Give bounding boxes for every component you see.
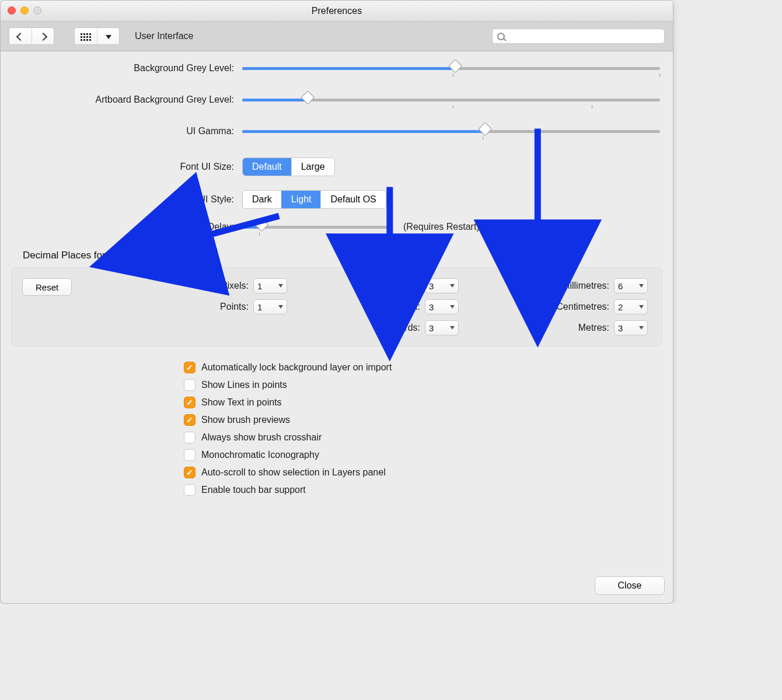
close-button[interactable]: Close <box>595 576 665 595</box>
ui-style-default-os[interactable]: Default OS <box>320 191 385 208</box>
section-title: User Interface <box>135 31 193 41</box>
check-label-6: Auto-scroll to show selection in Layers … <box>201 467 386 478</box>
label-ui-gamma: UI Gamma: <box>10 126 242 136</box>
slider-bg-grey[interactable] <box>242 64 664 72</box>
select-m[interactable]: 3 <box>614 320 648 335</box>
checkbox-5[interactable] <box>184 449 196 461</box>
select-yards[interactable]: 3 <box>425 320 459 335</box>
checkbox-3[interactable] <box>184 414 196 426</box>
preferences-window: Preferences User Interface Background Gr… <box>0 0 673 604</box>
check-label-2: Show Text in points <box>201 397 282 408</box>
grid-view-button[interactable] <box>75 28 97 45</box>
chevron-down-icon <box>450 326 455 330</box>
label-artboard-grey: Artboard Background Grey Level: <box>10 94 242 105</box>
chevron-down-icon <box>639 284 644 288</box>
check-label-3: Show brush previews <box>201 415 290 425</box>
search-field[interactable] <box>492 29 665 44</box>
label-inches: Inches: <box>390 281 420 291</box>
check-label-5: Monochromatic Iconography <box>201 450 319 460</box>
select-points[interactable]: 1 <box>253 299 287 314</box>
checkbox-1[interactable] <box>184 379 196 391</box>
label-feet: Feet: <box>399 302 420 312</box>
checkbox-6[interactable] <box>184 467 196 478</box>
label-m: Metres: <box>578 323 609 333</box>
check-row-1: Show Lines in points <box>184 379 664 391</box>
tooltip-restart-note: (Requires Restart) <box>403 222 480 232</box>
check-label-7: Enable touch bar support <box>201 485 306 495</box>
slider-ui-gamma[interactable] <box>242 127 664 135</box>
row-ui-style: UI Style: Dark Light Default OS <box>10 190 664 209</box>
check-row-7: Enable touch bar support <box>184 484 664 496</box>
check-row-0: Automatically lock background layer on i… <box>184 362 664 373</box>
select-feet[interactable]: 3 <box>425 299 459 314</box>
row-artboard-grey: Artboard Background Grey Level: <box>10 94 664 105</box>
back-button[interactable] <box>9 28 32 45</box>
forward-button[interactable] <box>32 28 54 45</box>
checkbox-4[interactable] <box>184 432 196 443</box>
decimal-section-title: Decimal Places for Unit Types: <box>23 250 664 261</box>
select-mm[interactable]: 6 <box>614 278 648 293</box>
select-pixels[interactable]: 1 <box>253 278 287 293</box>
check-label-4: Always show brush crosshair <box>201 432 322 443</box>
chevron-down-icon <box>450 284 455 288</box>
checkbox-2[interactable] <box>184 397 196 408</box>
checkbox-0[interactable] <box>184 362 196 373</box>
chevron-right-icon <box>39 33 47 41</box>
content: Background Grey Level: Artboard Backgrou… <box>1 51 673 496</box>
chevron-down-icon <box>278 305 283 309</box>
chevron-down-icon <box>278 284 283 288</box>
chevron-down-icon <box>106 35 111 39</box>
row-font-size: Font UI Size: Default Large <box>10 158 664 176</box>
label-cm: Centimetres: <box>556 302 609 312</box>
footer: Close <box>595 576 665 595</box>
chevron-down-icon <box>639 305 644 309</box>
label-points: Points: <box>220 302 249 312</box>
check-row-2: Show Text in points <box>184 397 664 408</box>
chevron-down-icon <box>639 326 644 330</box>
window-title: Preferences <box>1 6 673 16</box>
check-row-4: Always show brush crosshair <box>184 432 664 443</box>
select-inches[interactable]: 3 <box>425 278 459 293</box>
row-tooltip-delay: Tooltip Delay: (Requires Restart) <box>10 222 664 232</box>
font-size-default[interactable]: Default <box>243 158 291 176</box>
chevron-down-icon <box>450 305 455 309</box>
check-row-3: Show brush previews <box>184 414 664 426</box>
slider-artboard-grey[interactable] <box>242 96 664 104</box>
check-label-0: Automatically lock background layer on i… <box>201 362 392 373</box>
titlebar: Preferences <box>1 1 673 21</box>
check-row-5: Monochromatic Iconography <box>184 449 664 461</box>
search-icon <box>497 33 505 40</box>
grid-icon <box>81 33 91 41</box>
font-size-large[interactable]: Large <box>291 158 334 176</box>
reset-button[interactable]: Reset <box>22 278 72 296</box>
label-pixels: Pixels: <box>221 281 249 291</box>
label-bg-grey: Background Grey Level: <box>10 63 242 74</box>
label-ui-style: UI Style: <box>10 194 242 205</box>
nav-buttons <box>9 27 54 45</box>
check-label-1: Show Lines in points <box>201 380 287 390</box>
checkbox-7[interactable] <box>184 484 196 496</box>
row-ui-gamma: UI Gamma: <box>10 126 664 136</box>
slider-tooltip-delay[interactable] <box>242 223 395 231</box>
seg-ui-style: Dark Light Default OS <box>242 190 386 209</box>
decimal-panel: Reset Pixels:1 Points:1 Inches:3 Feet:3 … <box>11 267 662 346</box>
label-font-size: Font UI Size: <box>10 162 242 172</box>
check-row-6: Auto-scroll to show selection in Layers … <box>184 467 664 478</box>
ui-style-dark[interactable]: Dark <box>243 191 281 208</box>
dropdown-button[interactable] <box>97 28 119 45</box>
checkbox-list: Automatically lock background layer on i… <box>184 362 664 496</box>
label-tooltip-delay: Tooltip Delay: <box>10 222 242 232</box>
ui-style-light[interactable]: Light <box>281 191 321 208</box>
view-buttons <box>74 27 120 45</box>
label-mm: Millimetres: <box>562 281 609 291</box>
chevron-left-icon <box>16 33 25 41</box>
search-input[interactable] <box>505 32 659 41</box>
label-yards: Yards: <box>394 323 420 333</box>
row-bg-grey: Background Grey Level: <box>10 63 664 74</box>
select-cm[interactable]: 2 <box>614 299 648 314</box>
toolbar: User Interface <box>1 21 673 51</box>
seg-font-size: Default Large <box>242 158 335 176</box>
